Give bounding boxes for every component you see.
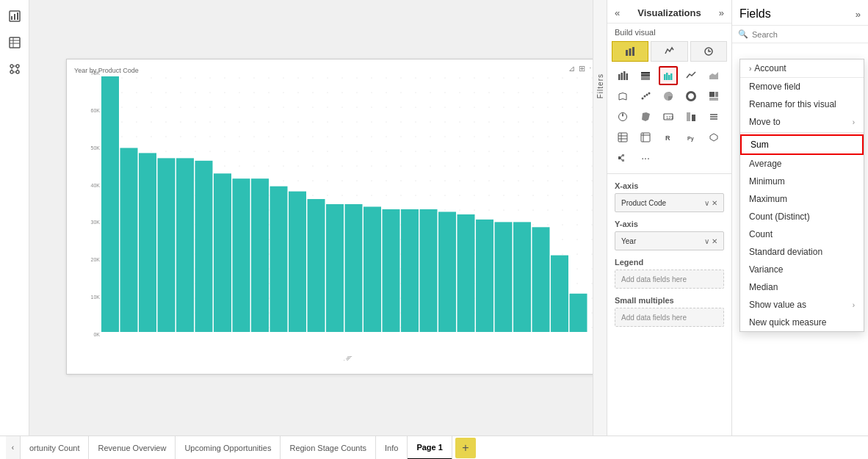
area-chart-icon[interactable] — [704, 66, 723, 85]
svg-rect-51 — [626, 73, 629, 80]
search-icon: 🔍 — [738, 29, 748, 39]
kpi-icon[interactable] — [681, 107, 701, 126]
tab-analytics[interactable] — [690, 41, 727, 62]
search-input[interactable] — [752, 30, 862, 39]
svg-rect-26 — [251, 178, 269, 332]
svg-rect-86 — [622, 159, 624, 162]
svg-rect-41 — [532, 227, 550, 332]
x-axis-field[interactable]: Product Code ∨ ✕ — [615, 193, 724, 212]
model-icon[interactable] — [4, 59, 25, 79]
viz-panel-expand[interactable]: » — [719, 7, 724, 18]
fields-panel-expand[interactable]: » — [856, 9, 861, 20]
legend-section: Legend Add data fields here — [607, 253, 731, 292]
context-menu-count-distinct[interactable]: Count (Distinct) — [740, 208, 864, 225]
svg-line-88 — [621, 158, 622, 161]
tab-build[interactable] — [612, 41, 648, 62]
context-menu-variance[interactable]: Variance — [740, 261, 864, 278]
y-axis-field-value: Year — [621, 237, 636, 245]
context-menu-count[interactable]: Count — [740, 225, 864, 243]
x-axis-chevron[interactable]: ∨ — [704, 199, 709, 207]
tab-info[interactable]: Info — [376, 436, 408, 460]
x-axis-field-value: Product Code — [621, 199, 666, 207]
slicer-icon[interactable] — [704, 107, 723, 126]
tab-revenue-overview[interactable]: Revenue Overview — [89, 436, 176, 460]
svg-rect-40 — [513, 222, 531, 332]
tab-format[interactable] — [651, 41, 687, 62]
svg-rect-18 — [101, 76, 119, 332]
more-visuals-icon[interactable] — [704, 128, 723, 147]
account-chevron[interactable]: › — [749, 65, 751, 73]
small-multiples-field[interactable]: Add data fields here — [615, 308, 724, 327]
table-icon[interactable] — [613, 128, 632, 147]
svg-rect-58 — [670, 73, 673, 80]
tab-opportunity-count[interactable]: ortunity Count — [21, 436, 89, 460]
treemap-icon[interactable] — [704, 87, 723, 106]
svg-rect-56 — [666, 73, 668, 80]
svg-rect-46 — [632, 47, 634, 56]
svg-rect-2 — [14, 14, 15, 20]
fields-panel-title: Fields — [739, 7, 771, 21]
donut-icon[interactable] — [681, 87, 701, 106]
svg-rect-20 — [139, 153, 156, 332]
svg-rect-79 — [641, 133, 650, 142]
fields-panel: Fields » 🔍 › Account Remove field Rename… — [732, 0, 868, 435]
svg-rect-85 — [622, 154, 624, 156]
context-menu-stddev[interactable]: Standard deviation — [740, 243, 864, 261]
svg-point-11 — [16, 71, 19, 73]
svg-rect-44 — [626, 50, 628, 56]
svg-rect-25 — [233, 178, 250, 332]
context-menu-show-value-as[interactable]: Show value as › — [740, 296, 864, 314]
svg-rect-31 — [345, 204, 363, 332]
show-value-arrow: › — [853, 301, 855, 309]
legend-field[interactable]: Add data fields here — [615, 270, 724, 289]
y-axis-section: Y-axis Year ∨ ✕ — [607, 215, 731, 253]
tab-page-1[interactable]: Page 1 — [408, 436, 452, 460]
r-visual-icon[interactable]: R — [659, 128, 678, 147]
context-menu-minimum[interactable]: Minimum — [740, 173, 864, 190]
tab-add-button[interactable]: + — [455, 438, 476, 458]
context-menu-move-to[interactable]: Move to › — [740, 113, 864, 131]
svg-rect-53 — [641, 74, 650, 77]
context-menu-sep1 — [740, 132, 864, 133]
viz-panel-collapse[interactable]: « — [615, 7, 620, 18]
x-axis-section: X-axis Product Code ∨ ✕ — [607, 177, 731, 215]
svg-rect-66 — [709, 98, 718, 101]
matrix-icon[interactable] — [636, 128, 655, 147]
tab-region-stage-counts[interactable]: Region Stage Counts — [281, 436, 376, 460]
context-menu-sum[interactable]: Sum — [740, 134, 864, 155]
context-menu-maximum[interactable]: Maximum — [740, 190, 864, 208]
line-chart-icon[interactable] — [681, 66, 701, 85]
svg-rect-4 — [10, 37, 20, 48]
number-card-icon[interactable]: 123 — [659, 107, 678, 126]
legend-placeholder: Add data fields here — [621, 275, 687, 283]
context-menu-rename[interactable]: Rename for this visual — [740, 95, 864, 113]
bottom-tabs: ‹ ortunity Count Revenue Overview Upcomi… — [0, 435, 868, 459]
map-icon[interactable] — [613, 107, 632, 126]
left-sidebar — [0, 0, 29, 435]
y-axis-field[interactable]: Year ∨ ✕ — [615, 231, 724, 250]
build-visual-label: Build visual — [607, 24, 731, 40]
context-menu-remove-field[interactable]: Remove field — [740, 78, 864, 95]
tab-prev-arrow[interactable]: ‹ — [6, 436, 21, 460]
y-axis-remove[interactable]: ✕ — [712, 237, 717, 245]
y-axis-chevron[interactable]: ∨ — [704, 237, 709, 245]
python-icon[interactable]: Py — [681, 128, 701, 147]
chart-container: Year by Product Code ⊿ ⊞ ⋯ 0K 10K 20K 30… — [66, 59, 593, 375]
ribbon-chart-icon[interactable] — [613, 87, 632, 106]
decomp-tree-icon[interactable] — [613, 148, 632, 167]
data-icon[interactable] — [4, 32, 25, 53]
viz-panel: « Visualizations » Build visual — [607, 0, 732, 435]
x-axis-remove[interactable]: ✕ — [712, 199, 717, 207]
bar-chart-icon[interactable] — [613, 66, 632, 85]
context-menu-average[interactable]: Average — [740, 155, 864, 173]
scatter-icon[interactable] — [636, 87, 655, 106]
clustered-bar-icon[interactable] — [659, 66, 678, 85]
stacked-bar-icon[interactable] — [636, 66, 655, 85]
filled-map-icon[interactable] — [636, 107, 655, 126]
report-icon[interactable] — [4, 6, 25, 26]
context-menu-median[interactable]: Median — [740, 278, 864, 296]
pie-icon[interactable] — [659, 87, 678, 106]
context-menu-new-quick-measure[interactable]: New quick measure — [740, 314, 864, 331]
ellipsis-icon[interactable]: ··· — [636, 148, 655, 167]
tab-upcoming-opportunities[interactable]: Upcoming Opportunities — [176, 436, 281, 460]
